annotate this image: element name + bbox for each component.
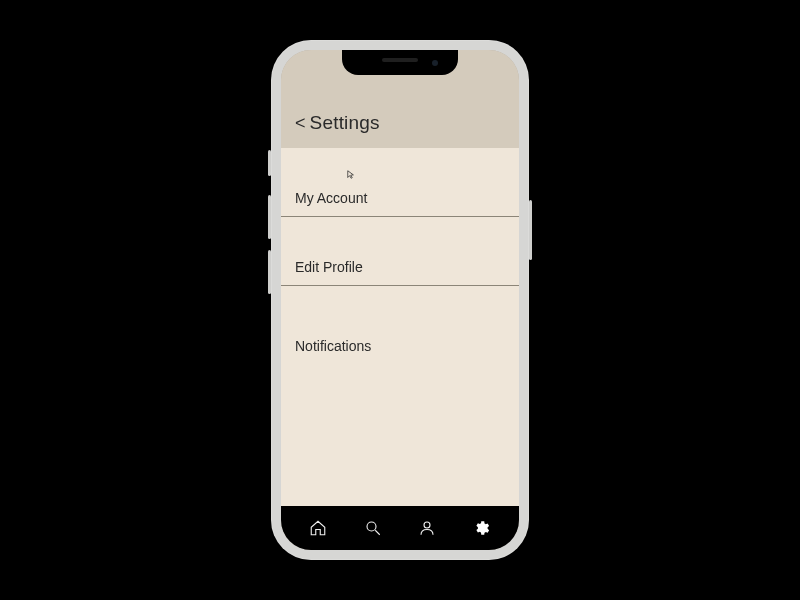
settings-item-notifications[interactable]: Notifications <box>281 286 519 364</box>
settings-item-label: Edit Profile <box>295 259 363 275</box>
page-title: Settings <box>310 112 380 134</box>
settings-list: My Account Edit Profile Notifications <box>281 148 519 506</box>
settings-item-label: My Account <box>295 190 367 206</box>
speaker <box>382 58 418 62</box>
back-button[interactable]: < <box>295 113 306 134</box>
search-icon[interactable] <box>362 517 384 539</box>
notch <box>342 50 458 75</box>
svg-line-1 <box>375 530 380 535</box>
power-button <box>529 200 532 260</box>
cursor-icon <box>347 170 356 181</box>
settings-icon[interactable] <box>471 517 493 539</box>
settings-item-my-account[interactable]: My Account <box>281 148 519 217</box>
phone-frame: < Settings My Account Edit Profile Notif… <box>271 40 529 560</box>
front-camera <box>432 60 438 66</box>
profile-icon[interactable] <box>416 517 438 539</box>
settings-item-label: Notifications <box>295 338 371 354</box>
svg-point-0 <box>367 522 376 531</box>
home-icon[interactable] <box>307 517 329 539</box>
tab-bar <box>281 506 519 550</box>
settings-item-edit-profile[interactable]: Edit Profile <box>281 217 519 286</box>
volume-down-button <box>268 250 271 294</box>
svg-point-2 <box>424 522 430 528</box>
side-button <box>268 150 271 176</box>
volume-up-button <box>268 195 271 239</box>
screen: < Settings My Account Edit Profile Notif… <box>281 50 519 550</box>
